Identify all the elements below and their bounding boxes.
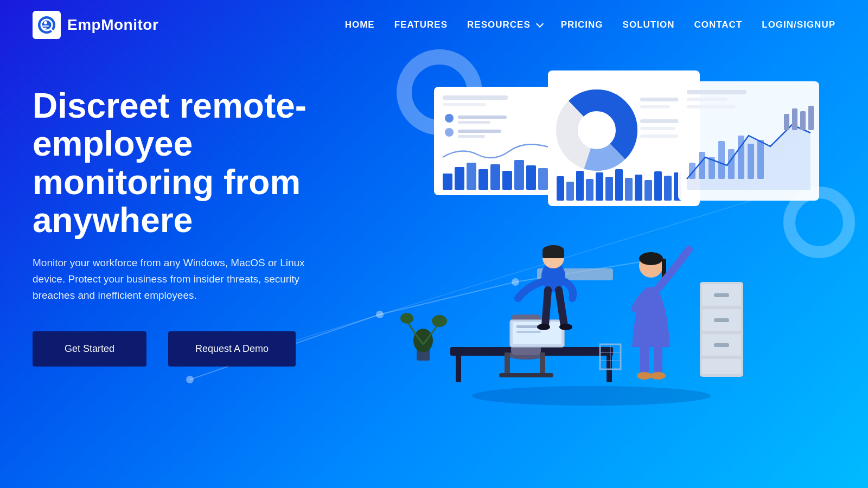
svg-rect-67	[687, 90, 746, 94]
svg-rect-80	[505, 352, 510, 374]
nav-link-solution[interactable]: SOLUTION	[623, 20, 675, 30]
svg-rect-72	[800, 111, 806, 130]
svg-rect-96	[640, 344, 649, 374]
svg-point-22	[445, 128, 454, 137]
svg-rect-82	[499, 373, 553, 377]
nav-item-solution[interactable]: SOLUTION	[623, 20, 675, 30]
svg-point-38	[579, 113, 614, 147]
svg-rect-76	[456, 355, 461, 382]
svg-rect-29	[490, 164, 500, 190]
nav-links: HOME FEATURES RESOURCES PRICING SOLUTION…	[345, 20, 835, 30]
svg-rect-64	[738, 136, 744, 179]
svg-rect-44	[557, 176, 564, 201]
nav-link-home[interactable]: HOME	[345, 20, 375, 30]
svg-rect-27	[467, 163, 476, 190]
logo-svg	[37, 15, 56, 35]
nav-item-login-signup[interactable]: LOGIN/SIGNUP	[762, 20, 835, 30]
hero-illustration	[380, 43, 868, 466]
svg-rect-41	[640, 119, 684, 123]
svg-rect-53	[644, 180, 652, 201]
svg-rect-43	[640, 134, 678, 138]
hero-subtitle: Monitor your workforce from any Windows,…	[33, 255, 336, 304]
svg-rect-39	[640, 98, 684, 101]
svg-point-91	[537, 324, 550, 330]
svg-rect-54	[654, 171, 662, 201]
chevron-down-icon	[536, 20, 544, 28]
svg-rect-21	[458, 121, 490, 124]
svg-rect-68	[687, 98, 727, 101]
nav-item-pricing[interactable]: PRICING	[561, 20, 603, 30]
navbar: EmpMonitor HOME FEATURES RESOURCES PRICI…	[0, 0, 868, 50]
svg-rect-52	[635, 175, 642, 201]
svg-rect-73	[808, 106, 814, 130]
nav-item-resources[interactable]: RESOURCES	[467, 20, 541, 30]
svg-rect-86	[516, 331, 541, 333]
svg-point-98	[637, 372, 652, 380]
get-started-button[interactable]: Get Started	[33, 331, 146, 367]
svg-rect-17	[443, 95, 508, 100]
svg-rect-59	[689, 163, 695, 179]
svg-rect-26	[455, 167, 464, 190]
logo-area: EmpMonitor	[33, 11, 158, 39]
svg-rect-69	[687, 105, 736, 108]
svg-point-99	[650, 372, 666, 380]
svg-point-94	[639, 252, 663, 265]
nav-item-contact[interactable]: CONTACT	[694, 20, 742, 30]
svg-point-116	[472, 386, 711, 406]
svg-point-19	[445, 114, 454, 123]
svg-point-92	[559, 324, 572, 330]
nav-link-features[interactable]: FEATURES	[394, 20, 448, 30]
svg-rect-65	[748, 144, 754, 179]
request-demo-button[interactable]: Request A Demo	[168, 331, 296, 367]
brand-name: EmpMonitor	[67, 16, 158, 34]
svg-rect-112	[702, 359, 741, 374]
svg-rect-20	[458, 115, 507, 119]
svg-rect-51	[625, 178, 633, 201]
illustration-svg	[380, 43, 868, 466]
svg-rect-62	[718, 141, 725, 179]
svg-rect-70	[784, 114, 789, 130]
svg-point-11	[44, 21, 47, 24]
svg-rect-30	[502, 171, 512, 190]
nav-item-home[interactable]: HOME	[345, 20, 375, 30]
nav-item-features[interactable]: FEATURES	[394, 20, 448, 30]
svg-rect-42	[640, 127, 675, 130]
svg-rect-28	[478, 169, 488, 190]
svg-point-4	[186, 376, 194, 383]
svg-rect-46	[576, 171, 584, 201]
svg-rect-71	[792, 108, 797, 130]
svg-rect-23	[458, 130, 501, 133]
svg-rect-97	[654, 344, 662, 374]
svg-rect-60	[699, 152, 705, 179]
svg-rect-49	[605, 177, 613, 201]
svg-rect-61	[709, 157, 715, 179]
svg-rect-113	[714, 293, 729, 297]
hero-title: Discreet remote-employee monitoring from…	[33, 87, 380, 240]
svg-rect-114	[714, 318, 729, 322]
svg-rect-31	[514, 160, 524, 190]
svg-rect-25	[443, 174, 452, 190]
svg-rect-18	[443, 103, 486, 106]
nav-link-contact[interactable]: CONTACT	[694, 20, 742, 30]
svg-rect-32	[526, 165, 536, 190]
svg-point-101	[413, 329, 433, 352]
nav-link-login-signup[interactable]: LOGIN/SIGNUP	[762, 20, 835, 30]
svg-point-103	[432, 315, 447, 327]
svg-point-15	[789, 192, 849, 252]
nav-link-resources[interactable]: RESOURCES	[467, 20, 541, 30]
svg-rect-55	[664, 176, 672, 201]
svg-rect-45	[566, 182, 574, 201]
svg-rect-50	[615, 169, 623, 201]
svg-rect-47	[586, 179, 593, 201]
svg-rect-40	[640, 105, 670, 108]
svg-rect-12	[42, 25, 49, 27]
svg-rect-33	[538, 168, 548, 190]
svg-rect-66	[757, 140, 764, 179]
svg-rect-90	[542, 251, 564, 258]
svg-point-102	[400, 313, 413, 324]
nav-link-pricing[interactable]: PRICING	[561, 20, 603, 30]
logo-icon	[33, 11, 61, 39]
svg-rect-24	[458, 135, 485, 138]
hero-section: EmpMonitor HOME FEATURES RESOURCES PRICI…	[0, 0, 868, 488]
svg-rect-13	[42, 28, 47, 29]
